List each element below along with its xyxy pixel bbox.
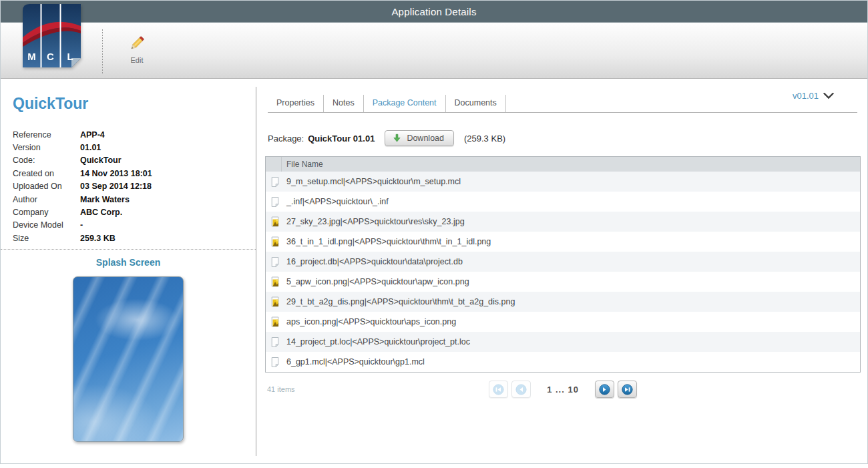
field-label: Device Model	[13, 220, 80, 230]
application-details-window: Application Details M C L	[0, 0, 868, 464]
image-icon	[270, 276, 280, 287]
first-page-button[interactable]	[489, 381, 508, 398]
table-row[interactable]: 36_t_in_1_idl.png|<APPS>quicktour\thm\t_…	[266, 232, 860, 252]
tab-bar: Properties Notes Package Content Documen…	[268, 95, 857, 113]
file-table-body: 9_m_setup.mcl|<APPS>quicktour\m_setup.mc…	[266, 172, 860, 372]
file-type-icon	[270, 276, 282, 287]
table-row[interactable]: 14_project_pt.loc|<APPS>quicktour\projec…	[266, 332, 860, 352]
tab[interactable]: Package Content	[364, 95, 446, 112]
table-row[interactable]: 27_sky_23.jpg|<APPS>quicktour\res\sky_23…	[266, 212, 860, 232]
package-bar: Package: QuickTour 01.01 Download (259.3…	[268, 130, 867, 146]
field-value: 03 Sep 2014 12:18	[80, 182, 152, 191]
field-value: 14 Nov 2013 18:01	[80, 169, 152, 178]
document-icon	[270, 336, 280, 348]
title-bar: Application Details	[1, 1, 867, 23]
application-summary-panel: QuickTour Reference APP-4 Version 01.01 …	[1, 79, 256, 464]
table-row[interactable]: 16_project.db|<APPS>quicktour\data\proje…	[266, 252, 860, 272]
file-type-icon	[270, 216, 282, 227]
field-label: Author	[13, 195, 80, 204]
mcl-logo-icon: M C L	[23, 4, 81, 67]
toolbar: M C L Edit	[1, 23, 867, 79]
svg-text:L: L	[67, 51, 73, 62]
document-icon	[270, 196, 280, 208]
next-page-button[interactable]	[595, 381, 614, 398]
package-size: (259.3 KB)	[464, 134, 505, 144]
splash-screen-image	[73, 276, 184, 442]
field-row: Code: QuickTour	[13, 154, 256, 167]
tab[interactable]: Notes	[324, 95, 364, 112]
field-row: Company ABC Corp.	[13, 206, 256, 218]
page-range-label: 1 ... 10	[547, 385, 579, 395]
image-icon	[270, 296, 280, 307]
field-value: 259.3 KB	[80, 234, 116, 243]
table-row[interactable]: 9_m_setup.mcl|<APPS>quicktour\m_setup.mc…	[266, 172, 860, 192]
image-icon	[270, 216, 280, 227]
field-value: QuickTour	[80, 156, 122, 165]
document-icon	[270, 357, 280, 368]
last-page-button[interactable]	[618, 381, 637, 398]
chevron-down-icon	[823, 93, 834, 99]
previous-page-button[interactable]	[511, 381, 531, 398]
file-type-icon	[270, 296, 282, 307]
image-icon	[270, 236, 280, 247]
field-row: Created on 14 Nov 2013 18:01	[13, 167, 256, 180]
file-name: 29_t_bt_a2g_dis.png|<APPS>quicktour\thm\…	[286, 297, 515, 306]
file-name: aps_icon.png|<APPS>quicktour\aps_icon.pn…	[286, 317, 456, 326]
pencil-icon	[128, 35, 146, 52]
file-type-icon	[270, 316, 282, 327]
file-name: 6_gp1.mcl|<APPS>quicktour\gp1.mcl	[286, 357, 425, 367]
field-row: Version 01.01	[13, 141, 256, 154]
edit-button-label: Edit	[118, 56, 156, 64]
download-button[interactable]: Download	[385, 130, 454, 146]
table-row[interactable]: 29_t_bt_a2g_dis.png|<APPS>quicktour\thm\…	[266, 292, 860, 312]
tab[interactable]: Documents	[446, 95, 506, 112]
file-type-icon	[270, 196, 282, 208]
file-name: 5_apw_icon.png|<APPS>quicktour\apw_icon.…	[286, 277, 469, 286]
content-area: QuickTour Reference APP-4 Version 01.01 …	[1, 79, 867, 464]
image-icon	[270, 316, 280, 327]
field-label: Uploaded On	[13, 182, 80, 191]
next-page-icon	[599, 384, 610, 395]
document-icon	[270, 176, 280, 188]
file-name-column-header: File Name	[282, 160, 323, 169]
field-row: Uploaded On 03 Sep 2014 12:18	[13, 180, 256, 193]
table-row[interactable]: _.inf|<APPS>quicktour\_.inf	[266, 192, 860, 212]
edit-button[interactable]: Edit	[118, 32, 156, 72]
field-value: 01.01	[80, 143, 101, 152]
file-type-icon	[270, 357, 282, 368]
field-row: Device Model -	[13, 219, 256, 232]
file-name: 36_t_in_1_idl.png|<APPS>quicktour\thm\t_…	[286, 237, 491, 246]
table-row[interactable]: aps_icon.png|<APPS>quicktour\aps_icon.pn…	[266, 312, 860, 332]
file-name: 27_sky_23.jpg|<APPS>quicktour\res\sky_23…	[286, 217, 465, 226]
pagination: 1 ... 10	[265, 381, 861, 398]
table-row[interactable]: 5_apw_icon.png|<APPS>quicktour\apw_icon.…	[266, 272, 860, 292]
field-label: Reference	[13, 130, 80, 140]
tab[interactable]: Properties	[268, 95, 324, 112]
field-label: Company	[13, 208, 80, 217]
file-type-icon	[270, 236, 282, 247]
field-value: Mark Waters	[80, 195, 130, 204]
field-label: Created on	[13, 169, 80, 178]
splash-screen-heading: Splash Screen	[1, 257, 256, 268]
previous-page-icon	[515, 384, 527, 395]
download-button-label: Download	[407, 134, 444, 143]
field-label: Size	[13, 234, 80, 243]
dotted-separator	[1, 249, 256, 250]
download-arrow-icon	[393, 134, 401, 143]
table-row[interactable]: 6_gp1.mcl|<APPS>quicktour\gp1.mcl	[266, 352, 860, 372]
page-title: Application Details	[391, 6, 476, 17]
file-table: File Name	[265, 156, 861, 373]
file-type-icon	[270, 256, 282, 268]
package-content-panel: v01.01 Properties Notes Package Content …	[256, 79, 867, 464]
document-icon	[270, 256, 280, 268]
toolbar-separator	[102, 29, 103, 73]
version-selector[interactable]: v01.01	[793, 91, 834, 101]
field-label: Version	[13, 143, 80, 152]
svg-text:C: C	[47, 51, 54, 62]
field-row: Size 259.3 KB	[13, 232, 256, 244]
file-name: 16_project.db|<APPS>quicktour\data\proje…	[286, 257, 463, 266]
file-type-icon	[270, 176, 282, 188]
field-value: -	[80, 220, 83, 230]
version-selector-value: v01.01	[793, 91, 819, 101]
first-page-icon	[493, 384, 504, 395]
